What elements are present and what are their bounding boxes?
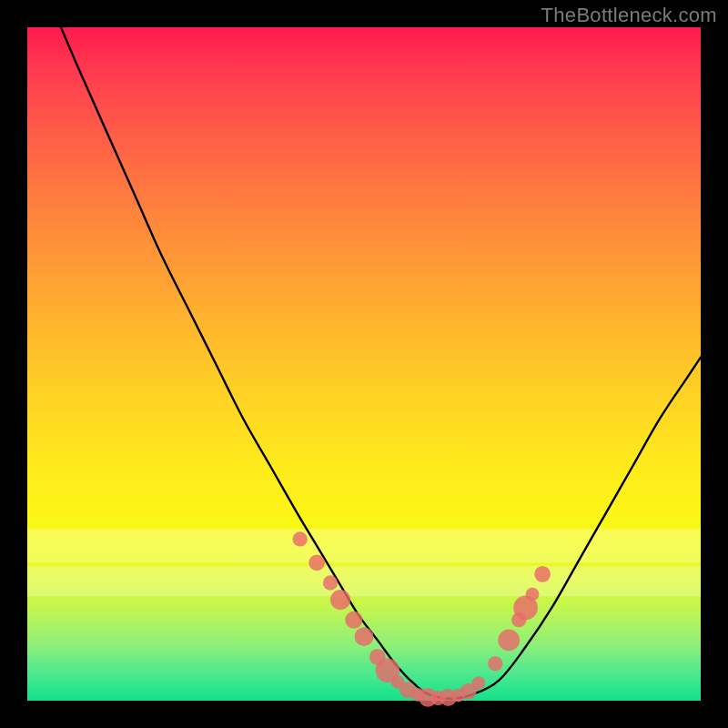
haze-band (27, 529, 701, 562)
plot-area (27, 27, 701, 701)
marker-dot (488, 656, 502, 671)
marker-dot (345, 612, 362, 629)
bottleneck-curve (61, 27, 701, 699)
attribution-label: TheBottleneck.com (541, 4, 717, 27)
curve-svg (27, 27, 701, 701)
marker-dot (293, 531, 308, 546)
marker-dot (330, 590, 350, 610)
marker-dot (498, 630, 520, 652)
haze-band (27, 566, 701, 596)
marker-dot (355, 627, 374, 646)
marker-dot (526, 588, 540, 602)
marker-dot (323, 575, 338, 590)
marker-dot (471, 676, 485, 690)
haze-band-group (27, 529, 701, 596)
marker-dot (308, 554, 325, 571)
marker-dot (534, 566, 551, 582)
chart-frame: TheBottleneck.com (0, 0, 728, 728)
